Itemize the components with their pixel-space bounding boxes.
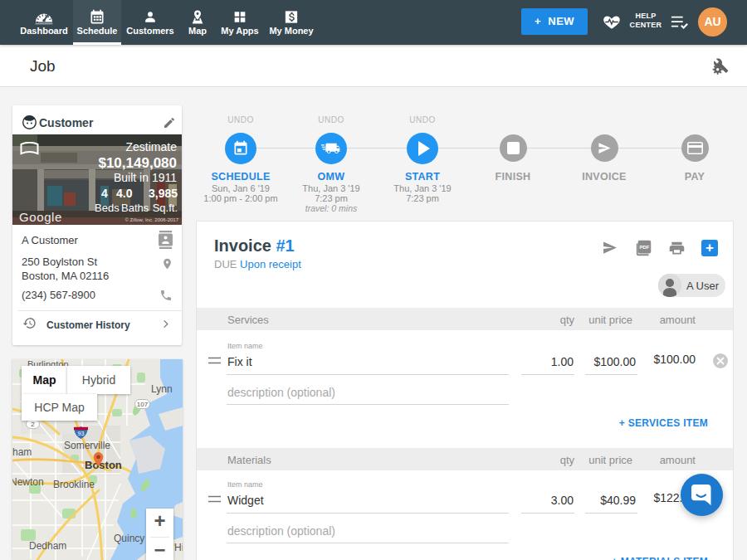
svg-text:PDF: PDF: [640, 245, 650, 250]
svg-text:93: 93: [78, 431, 85, 436]
